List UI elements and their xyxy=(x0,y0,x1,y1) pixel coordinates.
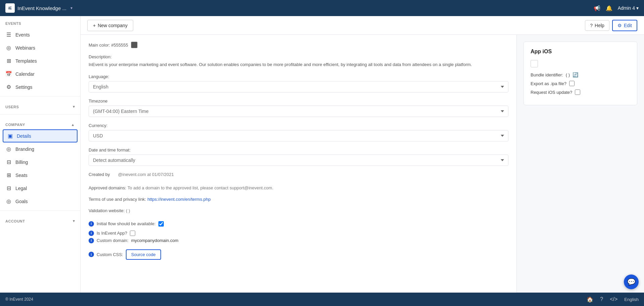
company-chevron-icon: ▲ xyxy=(71,123,75,127)
account-chevron-icon: ▾ xyxy=(73,219,75,223)
approved-domains-label: Approved domains: xyxy=(89,185,126,190)
form-panel: Main color: #555555 Description: InEvent… xyxy=(81,35,516,293)
users-section-title[interactable]: USERS ▾ xyxy=(0,99,80,112)
sidebar-item-label: Billing xyxy=(15,160,28,165)
content-area: + New company ? Help ⚙ Edit Main co xyxy=(81,16,644,293)
custom-css-field: i Custom CSS: Source code xyxy=(89,249,508,260)
nav-chevron-icon[interactable]: ▾ xyxy=(70,6,72,10)
sidebar: EVENTS ☰ Events ◎ Webinars ⊞ Templates 📅… xyxy=(0,16,81,293)
bundle-row: Bundle identifier: ( ) 🔄 xyxy=(531,72,630,77)
sidebar-item-calendar[interactable]: 📅 Calendar xyxy=(0,67,80,80)
source-code-button[interactable]: Source code xyxy=(126,249,161,260)
bundle-value: ( ) xyxy=(566,72,570,77)
is-inevent-row: i Is InEvent App? xyxy=(89,229,508,238)
user-menu[interactable]: Admin 4 ▾ xyxy=(618,5,639,11)
terms-label: Terms of use and privacy link: xyxy=(89,197,146,202)
color-swatch[interactable] xyxy=(131,42,138,48)
validation-label: Validation website: xyxy=(89,208,125,213)
company-section-title[interactable]: COMPANY ▲ xyxy=(0,117,80,129)
new-company-button[interactable]: + New company xyxy=(87,20,133,31)
refresh-icon[interactable]: 🔄 xyxy=(573,72,578,77)
export-ipa-checkbox[interactable] xyxy=(569,81,575,86)
approved-domains-value: To add a domain to the approved list, pl… xyxy=(128,185,274,190)
top-navigation: iE InEvent Knowledge ... ▾ 📢 🔔 Admin 4 ▾ xyxy=(0,0,644,16)
sidebar-item-legal[interactable]: ⊟ Legal xyxy=(0,182,80,195)
main-content: Main color: #555555 Description: InEvent… xyxy=(81,35,644,293)
sidebar-item-label: Details xyxy=(17,133,31,139)
sidebar-item-settings[interactable]: ⚙ Settings xyxy=(0,80,80,94)
timezone-label: Timezone xyxy=(89,99,508,104)
new-company-label: New company xyxy=(98,23,128,28)
sidebar-item-events[interactable]: ☰ Events xyxy=(0,28,80,41)
terms-field: Terms of use and privacy link: https://i… xyxy=(89,196,508,202)
help-label: Help xyxy=(595,23,604,28)
home-icon[interactable]: 🏠 xyxy=(587,296,593,303)
language-selector[interactable]: English xyxy=(624,297,639,302)
timezone-select[interactable]: (GMT-04:00) Eastern Time xyxy=(89,106,508,117)
chat-fab[interactable]: 💬 xyxy=(624,274,639,289)
is-inevent-checkbox[interactable] xyxy=(130,231,135,236)
copyright-text: ® InEvent 2024 xyxy=(5,297,33,302)
gear-icon: ⚙ xyxy=(617,23,622,28)
sidebar-item-label: Branding xyxy=(15,146,34,152)
description-label: Description: xyxy=(89,54,508,59)
help-icon[interactable]: ? xyxy=(600,296,603,302)
sidebar-item-templates[interactable]: ⊞ Templates xyxy=(0,54,80,67)
edit-button[interactable]: ⚙ Edit xyxy=(612,20,637,31)
sidebar-item-webinars[interactable]: ◎ Webinars xyxy=(0,41,80,54)
custom-domain-info-icon[interactable]: i xyxy=(89,238,94,243)
sidebar-item-seats[interactable]: ⊞ Seats xyxy=(0,169,80,182)
events-icon: ☰ xyxy=(5,32,12,38)
seats-icon: ⊞ xyxy=(5,172,12,178)
bell-icon[interactable]: 🔔 xyxy=(606,5,612,11)
sidebar-item-branding[interactable]: ◎ Branding xyxy=(0,142,80,156)
validation-field: Validation website: ( ) xyxy=(89,208,508,213)
created-by-label: Created by xyxy=(89,172,110,177)
help-circle-icon: ? xyxy=(590,23,593,28)
initial-flow-label: Initial flow should be available: xyxy=(97,221,156,226)
request-update-row: Request iOS update? xyxy=(531,89,630,95)
sidebar-item-label: Seats xyxy=(15,173,28,178)
ios-panel: App iOS Bundle identifier: ( ) 🔄 Export … xyxy=(524,42,637,105)
branding-icon: ◎ xyxy=(5,146,12,152)
user-chevron-icon: ▾ xyxy=(636,5,639,11)
is-inevent-info-icon[interactable]: i xyxy=(89,231,94,236)
datetime-select[interactable]: Detect automatically xyxy=(89,155,508,166)
help-button[interactable]: ? Help xyxy=(585,20,609,31)
sidebar-item-label: Calendar xyxy=(15,71,35,77)
megaphone-icon[interactable]: 📢 xyxy=(594,5,600,11)
custom-css-info-icon[interactable]: i xyxy=(89,252,94,257)
sidebar-item-details[interactable]: ▣ Details xyxy=(3,129,78,142)
description-field: Description: InEvent is your enterprise … xyxy=(89,54,508,68)
bottom-bar-right: 🏠 ? </> English xyxy=(587,296,639,303)
details-icon: ▣ xyxy=(7,133,13,139)
validation-value: ( ) xyxy=(126,208,130,213)
language-select[interactable]: English xyxy=(89,81,508,93)
events-section-title: EVENTS xyxy=(0,16,80,28)
webinars-icon: ◎ xyxy=(5,45,12,51)
sidebar-item-goals[interactable]: ◎ Goals xyxy=(0,195,80,208)
sidebar-item-billing[interactable]: ⊟ Billing xyxy=(0,156,80,169)
language-field: Language: English xyxy=(89,74,508,93)
legal-icon: ⊟ xyxy=(5,185,12,191)
sidebar-item-label: Webinars xyxy=(15,45,35,51)
custom-domain-field: i Custom domain: mycompanydomain.com xyxy=(89,238,508,243)
request-update-label: Request iOS update? xyxy=(531,90,572,95)
ios-main-checkbox[interactable] xyxy=(531,60,538,67)
users-chevron-icon: ▾ xyxy=(73,105,75,109)
initial-flow-checkbox[interactable] xyxy=(158,221,164,227)
user-name: Admin 4 xyxy=(618,5,635,11)
currency-select[interactable]: USD xyxy=(89,130,508,141)
sidebar-item-label: Goals xyxy=(15,199,28,204)
nav-right: 📢 🔔 Admin 4 ▾ xyxy=(594,5,639,11)
request-update-checkbox[interactable] xyxy=(575,89,580,95)
account-section-title[interactable]: ACCOUNT ▾ xyxy=(0,213,80,226)
code-icon[interactable]: </> xyxy=(610,296,617,302)
initial-flow-info-icon[interactable]: i xyxy=(89,221,94,227)
header-actions: ? Help ⚙ Edit xyxy=(585,20,637,31)
main-color-label: Main color: #555555 xyxy=(89,43,128,48)
initial-flow-row: i Initial flow should be available: xyxy=(89,219,508,229)
terms-link[interactable]: https://inevent.com/en/terms.php xyxy=(147,197,211,202)
nav-title: InEvent Knowledge ... xyxy=(17,5,66,11)
created-by-value: @inevent.com at 01/07/2021 xyxy=(118,172,174,177)
